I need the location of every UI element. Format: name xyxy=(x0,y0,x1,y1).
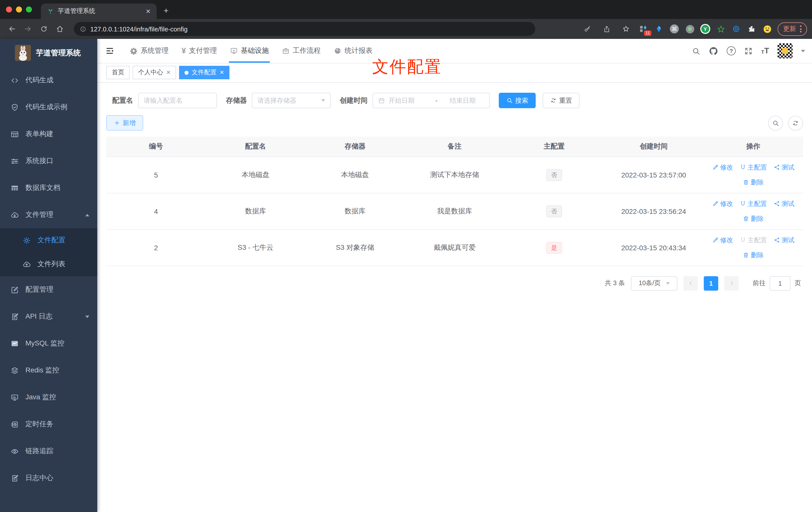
storage-select[interactable]: 请选择存储器 xyxy=(252,93,331,108)
tag-home[interactable]: 首页 xyxy=(106,66,130,79)
search-icon xyxy=(506,97,513,104)
extension-star-icon[interactable] xyxy=(716,24,726,34)
search-button[interactable]: 搜索 xyxy=(499,93,536,108)
refresh-table-button[interactable] xyxy=(788,115,803,130)
share-icon xyxy=(773,201,780,207)
topnav-payment[interactable]: ¥ 支付管理 xyxy=(175,39,224,63)
chart-monitor-icon xyxy=(10,339,19,348)
close-icon[interactable]: ✕ xyxy=(220,69,224,76)
address-bar[interactable]: 127.0.0.1:1024/infra/file/file-config xyxy=(74,22,535,36)
rabbit-logo xyxy=(15,45,31,61)
topnav-reports[interactable]: 统计报表 xyxy=(327,39,379,63)
sidebar-item-api-log[interactable]: API 日志 xyxy=(0,303,97,330)
sidebar-item-system-api[interactable]: 系统接口 xyxy=(0,148,97,175)
cloud-upload-icon xyxy=(23,260,31,268)
sidebar-item-redis-monitor[interactable]: Redis 监控 xyxy=(0,357,97,384)
share-icon[interactable] xyxy=(600,22,613,36)
extension-y-icon[interactable]: Y xyxy=(700,24,710,34)
avatar[interactable] xyxy=(778,43,792,58)
sidebar-item-config-manage[interactable]: 配置管理 xyxy=(0,276,97,303)
add-button[interactable]: 新增 xyxy=(106,115,143,131)
tag-file-config[interactable]: 文件配置 ✕ xyxy=(179,66,229,79)
app-logo-row[interactable]: 芋道管理系统 xyxy=(0,39,97,67)
home-button[interactable] xyxy=(53,22,67,36)
browser-menu-icon[interactable] xyxy=(800,25,802,32)
bookmark-star-icon[interactable] xyxy=(619,22,633,36)
sidebar-item-log-center[interactable]: 日志中心 xyxy=(0,464,97,491)
current-page-button[interactable]: 1 xyxy=(704,276,718,291)
maximize-window-button[interactable] xyxy=(26,6,32,12)
sidebar-item-file-manage[interactable]: 文件管理 xyxy=(0,202,97,228)
tag-profile[interactable]: 个人中心 ✕ xyxy=(133,66,176,79)
search-icon[interactable] xyxy=(692,47,700,55)
date-range-picker[interactable]: 开始日期 - 结束日期 xyxy=(373,93,490,108)
sidebar-item-scheduled-tasks[interactable]: 定时任务 xyxy=(0,411,97,438)
page-size-select[interactable]: 10条/页 xyxy=(631,276,677,291)
close-icon[interactable]: ✕ xyxy=(166,69,171,76)
collapse-sidebar-icon[interactable] xyxy=(101,42,118,59)
share-icon xyxy=(773,237,780,243)
sidebar-item-form-builder[interactable]: 表单构建 xyxy=(0,121,97,148)
github-icon[interactable] xyxy=(709,46,718,56)
topnav-workflow[interactable]: 工作流程 xyxy=(275,39,327,63)
minimize-window-button[interactable] xyxy=(16,6,22,12)
extension-sidebar-icon[interactable]: 11 xyxy=(638,24,648,34)
profile-emoji-icon[interactable] xyxy=(762,24,772,34)
app-header: 系统管理 ¥ 支付管理 基础设施 工作流程 统计报表 xyxy=(97,39,812,63)
site-info-icon[interactable] xyxy=(80,26,86,32)
sidebar-item-code-gen[interactable]: 代码生成 xyxy=(0,67,97,94)
delete-link[interactable]: 删除 xyxy=(743,250,764,260)
sidebar-item-file-list[interactable]: 文件列表 xyxy=(0,252,97,276)
set-primary-link[interactable]: 主配置 xyxy=(740,163,767,172)
active-dot xyxy=(184,70,188,74)
delete-link[interactable]: 删除 xyxy=(743,214,764,223)
goto-page-input[interactable] xyxy=(770,276,790,291)
extension-kite-icon[interactable] xyxy=(654,24,664,34)
browser-tab[interactable]: 芋道管理系统 ✕ xyxy=(41,3,156,19)
log-edit-icon xyxy=(10,312,19,321)
delete-link[interactable]: 删除 xyxy=(743,178,764,187)
test-link[interactable]: 测试 xyxy=(773,236,794,244)
config-name-input[interactable] xyxy=(144,97,211,104)
reset-button[interactable]: 重置 xyxy=(543,93,580,108)
set-primary-link[interactable]: 主配置 xyxy=(740,199,767,208)
close-window-button[interactable] xyxy=(6,6,12,12)
browser-tab-strip: 芋道管理系统 ✕ + xyxy=(0,0,812,19)
new-tab-button[interactable]: + xyxy=(164,6,169,16)
forward-button[interactable] xyxy=(21,22,35,36)
extension-dot-icon[interactable] xyxy=(685,24,695,34)
sidebar-item-db-doc[interactable]: 数据库文档 xyxy=(0,175,97,202)
window-controls xyxy=(6,6,32,12)
layers-icon xyxy=(10,366,19,375)
topnav-system[interactable]: 系统管理 xyxy=(123,39,175,63)
show-search-button[interactable] xyxy=(768,115,783,130)
sidebar-item-code-gen-demo[interactable]: 代码生成示例 xyxy=(0,94,97,121)
edit-link[interactable]: 修改 xyxy=(712,199,733,208)
fullscreen-icon[interactable] xyxy=(744,47,753,55)
test-link[interactable]: 测试 xyxy=(773,163,794,172)
sidebar-item-tracing[interactable]: 链路追踪 xyxy=(0,438,97,464)
test-link[interactable]: 测试 xyxy=(773,199,794,208)
help-icon[interactable]: ? xyxy=(727,47,736,55)
extension-eye-icon[interactable] xyxy=(731,24,741,34)
config-name-label: 配置名 xyxy=(112,96,133,105)
pencil-icon xyxy=(712,164,719,171)
edit-link[interactable]: 修改 xyxy=(712,163,733,172)
reload-button[interactable] xyxy=(37,22,51,36)
back-button[interactable] xyxy=(5,22,19,36)
extension-command-icon[interactable]: ⌘ xyxy=(669,24,679,34)
user-menu-caret-icon[interactable] xyxy=(801,50,805,52)
extensions-puzzle-icon[interactable] xyxy=(747,24,757,34)
password-key-icon[interactable] xyxy=(580,22,594,36)
sidebar-item-java-monitor[interactable]: Java 监控 xyxy=(0,384,97,411)
prev-page-button[interactable] xyxy=(683,276,698,291)
tab-close-icon[interactable]: ✕ xyxy=(146,8,151,15)
font-size-icon[interactable]: TT xyxy=(761,47,769,55)
goto-label: 前往 xyxy=(753,279,765,288)
topnav-infrastructure[interactable]: 基础设施 xyxy=(224,39,275,63)
sidebar-item-file-config[interactable]: 文件配置 xyxy=(0,228,97,252)
chrome-update-button[interactable]: 更新 xyxy=(778,22,807,36)
sidebar-item-mysql-monitor[interactable]: MySQL 监控 xyxy=(0,330,97,357)
edit-link[interactable]: 修改 xyxy=(712,236,733,244)
next-page-button[interactable] xyxy=(724,276,739,291)
